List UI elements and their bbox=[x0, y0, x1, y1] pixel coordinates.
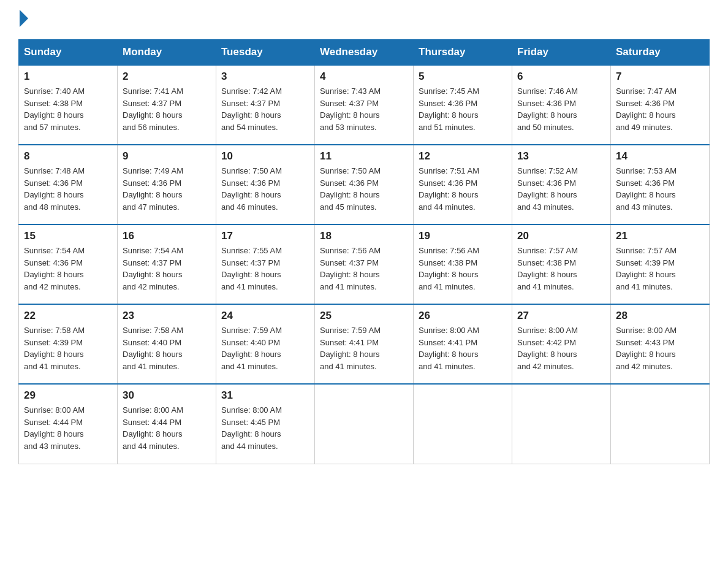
week-row-5: 29 Sunrise: 8:00 AM Sunset: 4:44 PM Dayl… bbox=[19, 384, 710, 464]
day-number: 11 bbox=[320, 150, 408, 163]
day-number: 25 bbox=[320, 310, 408, 322]
day-info: Sunrise: 7:42 AM Sunset: 4:37 PM Dayligh… bbox=[221, 85, 309, 133]
day-number: 10 bbox=[221, 150, 309, 163]
calendar-cell: 18 Sunrise: 7:56 AM Sunset: 4:37 PM Dayl… bbox=[315, 224, 414, 304]
day-info: Sunrise: 7:48 AM Sunset: 4:36 PM Dayligh… bbox=[24, 165, 112, 213]
calendar-cell: 5 Sunrise: 7:45 AM Sunset: 4:36 PM Dayli… bbox=[414, 65, 512, 145]
day-info: Sunrise: 8:00 AM Sunset: 4:44 PM Dayligh… bbox=[24, 404, 112, 452]
calendar-cell: 14 Sunrise: 7:53 AM Sunset: 4:36 PM Dayl… bbox=[611, 145, 710, 224]
day-info: Sunrise: 7:51 AM Sunset: 4:36 PM Dayligh… bbox=[419, 165, 507, 213]
day-info: Sunrise: 7:53 AM Sunset: 4:36 PM Dayligh… bbox=[616, 165, 704, 213]
day-number: 8 bbox=[24, 150, 112, 163]
calendar-cell bbox=[315, 384, 414, 464]
day-number: 12 bbox=[419, 150, 507, 163]
day-info: Sunrise: 7:56 AM Sunset: 4:37 PM Dayligh… bbox=[320, 245, 408, 293]
day-number: 4 bbox=[320, 71, 408, 83]
calendar-table: SundayMondayTuesdayWednesdayThursdayFrid… bbox=[18, 39, 710, 464]
header-saturday: Saturday bbox=[611, 40, 710, 66]
calendar-cell: 10 Sunrise: 7:50 AM Sunset: 4:36 PM Dayl… bbox=[216, 145, 315, 224]
day-info: Sunrise: 7:50 AM Sunset: 4:36 PM Dayligh… bbox=[320, 165, 408, 213]
calendar-cell: 26 Sunrise: 8:00 AM Sunset: 4:41 PM Dayl… bbox=[414, 304, 512, 384]
calendar-cell: 31 Sunrise: 8:00 AM Sunset: 4:45 PM Dayl… bbox=[216, 384, 315, 464]
calendar-cell bbox=[414, 384, 512, 464]
day-number: 13 bbox=[517, 150, 605, 163]
day-number: 21 bbox=[616, 230, 704, 242]
day-info: Sunrise: 7:58 AM Sunset: 4:40 PM Dayligh… bbox=[123, 324, 211, 372]
day-info: Sunrise: 7:43 AM Sunset: 4:37 PM Dayligh… bbox=[320, 85, 408, 133]
day-number: 9 bbox=[123, 150, 211, 163]
calendar-cell: 9 Sunrise: 7:49 AM Sunset: 4:36 PM Dayli… bbox=[118, 145, 216, 224]
calendar-cell bbox=[611, 384, 710, 464]
week-row-4: 22 Sunrise: 7:58 AM Sunset: 4:39 PM Dayl… bbox=[19, 304, 710, 384]
day-number: 19 bbox=[419, 230, 507, 242]
calendar-cell: 13 Sunrise: 7:52 AM Sunset: 4:36 PM Dayl… bbox=[512, 145, 611, 224]
calendar-cell: 24 Sunrise: 7:59 AM Sunset: 4:40 PM Dayl… bbox=[216, 304, 315, 384]
day-info: Sunrise: 7:58 AM Sunset: 4:39 PM Dayligh… bbox=[24, 324, 112, 372]
calendar-cell: 19 Sunrise: 7:56 AM Sunset: 4:38 PM Dayl… bbox=[414, 224, 512, 304]
header-monday: Monday bbox=[118, 40, 216, 66]
day-number: 23 bbox=[123, 310, 211, 322]
day-number: 1 bbox=[24, 71, 112, 83]
calendar-cell: 17 Sunrise: 7:55 AM Sunset: 4:37 PM Dayl… bbox=[216, 224, 315, 304]
day-info: Sunrise: 8:00 AM Sunset: 4:45 PM Dayligh… bbox=[221, 404, 309, 452]
day-info: Sunrise: 8:00 AM Sunset: 4:42 PM Dayligh… bbox=[517, 324, 605, 372]
calendar-cell: 20 Sunrise: 7:57 AM Sunset: 4:38 PM Dayl… bbox=[512, 224, 611, 304]
day-number: 18 bbox=[320, 230, 408, 242]
day-number: 31 bbox=[221, 389, 309, 402]
header-tuesday: Tuesday bbox=[216, 40, 315, 66]
week-row-2: 8 Sunrise: 7:48 AM Sunset: 4:36 PM Dayli… bbox=[19, 145, 710, 224]
day-number: 6 bbox=[517, 71, 605, 83]
day-info: Sunrise: 7:59 AM Sunset: 4:41 PM Dayligh… bbox=[320, 324, 408, 372]
week-row-3: 15 Sunrise: 7:54 AM Sunset: 4:36 PM Dayl… bbox=[19, 224, 710, 304]
calendar-cell: 2 Sunrise: 7:41 AM Sunset: 4:37 PM Dayli… bbox=[118, 65, 216, 145]
day-number: 24 bbox=[221, 310, 309, 322]
day-info: Sunrise: 7:46 AM Sunset: 4:36 PM Dayligh… bbox=[517, 85, 605, 133]
calendar-cell: 23 Sunrise: 7:58 AM Sunset: 4:40 PM Dayl… bbox=[118, 304, 216, 384]
day-info: Sunrise: 7:45 AM Sunset: 4:36 PM Dayligh… bbox=[419, 85, 507, 133]
day-info: Sunrise: 7:41 AM Sunset: 4:37 PM Dayligh… bbox=[123, 85, 211, 133]
calendar-cell: 15 Sunrise: 7:54 AM Sunset: 4:36 PM Dayl… bbox=[19, 224, 118, 304]
day-number: 17 bbox=[221, 230, 309, 242]
calendar-cell: 3 Sunrise: 7:42 AM Sunset: 4:37 PM Dayli… bbox=[216, 65, 315, 145]
day-number: 20 bbox=[517, 230, 605, 242]
day-number: 2 bbox=[123, 71, 211, 83]
calendar-cell: 29 Sunrise: 8:00 AM Sunset: 4:44 PM Dayl… bbox=[19, 384, 118, 464]
day-number: 30 bbox=[123, 389, 211, 402]
calendar-cell: 25 Sunrise: 7:59 AM Sunset: 4:41 PM Dayl… bbox=[315, 304, 414, 384]
header-sunday: Sunday bbox=[19, 40, 118, 66]
day-number: 7 bbox=[616, 71, 704, 83]
calendar-header-row: SundayMondayTuesdayWednesdayThursdayFrid… bbox=[19, 40, 710, 66]
calendar-cell: 21 Sunrise: 7:57 AM Sunset: 4:39 PM Dayl… bbox=[611, 224, 710, 304]
day-info: Sunrise: 7:54 AM Sunset: 4:37 PM Dayligh… bbox=[123, 245, 211, 293]
day-number: 5 bbox=[419, 71, 507, 83]
calendar-cell: 8 Sunrise: 7:48 AM Sunset: 4:36 PM Dayli… bbox=[19, 145, 118, 224]
day-info: Sunrise: 7:50 AM Sunset: 4:36 PM Dayligh… bbox=[221, 165, 309, 213]
calendar-cell: 16 Sunrise: 7:54 AM Sunset: 4:37 PM Dayl… bbox=[118, 224, 216, 304]
calendar-cell: 11 Sunrise: 7:50 AM Sunset: 4:36 PM Dayl… bbox=[315, 145, 414, 224]
day-info: Sunrise: 7:57 AM Sunset: 4:39 PM Dayligh… bbox=[616, 245, 704, 293]
day-number: 15 bbox=[24, 230, 112, 242]
calendar-cell: 22 Sunrise: 7:58 AM Sunset: 4:39 PM Dayl… bbox=[19, 304, 118, 384]
calendar-cell: 12 Sunrise: 7:51 AM Sunset: 4:36 PM Dayl… bbox=[414, 145, 512, 224]
day-info: Sunrise: 7:55 AM Sunset: 4:37 PM Dayligh… bbox=[221, 245, 309, 293]
logo bbox=[18, 12, 28, 27]
day-info: Sunrise: 7:47 AM Sunset: 4:36 PM Dayligh… bbox=[616, 85, 704, 133]
day-info: Sunrise: 7:54 AM Sunset: 4:36 PM Dayligh… bbox=[24, 245, 112, 293]
day-number: 14 bbox=[616, 150, 704, 163]
day-info: Sunrise: 8:00 AM Sunset: 4:43 PM Dayligh… bbox=[616, 324, 704, 372]
calendar-cell: 7 Sunrise: 7:47 AM Sunset: 4:36 PM Dayli… bbox=[611, 65, 710, 145]
header-wednesday: Wednesday bbox=[315, 40, 414, 66]
calendar-cell: 1 Sunrise: 7:40 AM Sunset: 4:38 PM Dayli… bbox=[19, 65, 118, 145]
week-row-1: 1 Sunrise: 7:40 AM Sunset: 4:38 PM Dayli… bbox=[19, 65, 710, 145]
header-friday: Friday bbox=[512, 40, 611, 66]
day-number: 27 bbox=[517, 310, 605, 322]
logo-arrow-icon bbox=[20, 10, 28, 27]
calendar-cell: 4 Sunrise: 7:43 AM Sunset: 4:37 PM Dayli… bbox=[315, 65, 414, 145]
day-number: 26 bbox=[419, 310, 507, 322]
calendar-cell: 28 Sunrise: 8:00 AM Sunset: 4:43 PM Dayl… bbox=[611, 304, 710, 384]
day-info: Sunrise: 7:56 AM Sunset: 4:38 PM Dayligh… bbox=[419, 245, 507, 293]
page-header bbox=[18, 12, 710, 27]
day-info: Sunrise: 7:59 AM Sunset: 4:40 PM Dayligh… bbox=[221, 324, 309, 372]
calendar-cell: 27 Sunrise: 8:00 AM Sunset: 4:42 PM Dayl… bbox=[512, 304, 611, 384]
day-number: 16 bbox=[123, 230, 211, 242]
